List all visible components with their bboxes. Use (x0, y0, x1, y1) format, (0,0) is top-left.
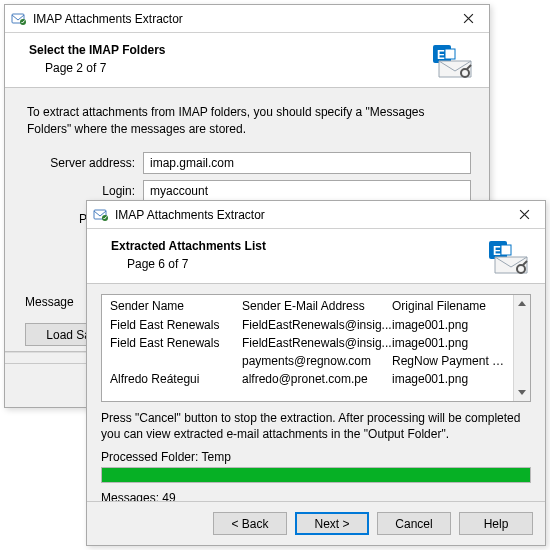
instruction-text: To extract attachments from IMAP folders… (27, 104, 467, 138)
wizard-step-title: Select the IMAP Folders (29, 43, 431, 57)
window-title: IMAP Attachments Extractor (115, 208, 503, 222)
help-button[interactable]: Help (459, 512, 533, 535)
close-button[interactable] (447, 5, 489, 33)
wizard-header: Select the IMAP Folders Page 2 of 7 E (5, 33, 489, 88)
svg-rect-10 (501, 245, 511, 255)
app-icon (11, 11, 27, 27)
chevron-up-icon (518, 301, 526, 306)
col-original-filename[interactable]: Original Filename (392, 299, 505, 313)
list-row[interactable]: Field East Renewals FieldEastRenewals@in… (102, 316, 513, 334)
svg-text:E: E (493, 244, 501, 258)
cell-sender-name: Field East Renewals (110, 318, 242, 332)
titlebar[interactable]: IMAP Attachments Extractor (87, 201, 545, 229)
wizard-step-title: Extracted Attachments List (111, 239, 487, 253)
cell-sender-name (110, 354, 242, 368)
server-address-input[interactable] (143, 152, 471, 174)
col-sender-email[interactable]: Sender E-Mail Address (242, 299, 392, 313)
cell-filename: image001.png (392, 372, 505, 386)
svg-text:E: E (437, 48, 445, 62)
cell-filename: RegNow Payment Notific... (392, 354, 505, 368)
window-title: IMAP Attachments Extractor (33, 12, 447, 26)
scrollbar[interactable] (513, 295, 530, 401)
cell-sender-email: payments@regnow.com (242, 354, 392, 368)
cell-sender-email: alfredo@pronet.com.pe (242, 372, 392, 386)
list-row[interactable]: Alfredo Reátegui alfredo@pronet.com.pe i… (102, 370, 513, 388)
wizard-body: Sender Name Sender E-Mail Address Origin… (87, 284, 545, 524)
list-row[interactable]: Field East Renewals FieldEastRenewals@in… (102, 334, 513, 352)
processed-folder-label: Processed Folder: Temp (101, 450, 531, 464)
scroll-track[interactable] (514, 312, 530, 384)
titlebar[interactable]: IMAP Attachments Extractor (5, 5, 489, 33)
message-folders-label: Message (25, 295, 74, 309)
folder-progress-bar (101, 467, 531, 483)
cell-filename: image001.png (392, 336, 505, 350)
svg-rect-4 (445, 49, 455, 59)
col-sender-name[interactable]: Sender Name (110, 299, 242, 313)
close-icon (463, 13, 474, 24)
back-button[interactable]: < Back (213, 512, 287, 535)
scroll-down-button[interactable] (514, 384, 530, 401)
scroll-up-button[interactable] (514, 295, 530, 312)
cell-filename: image001.png (392, 318, 505, 332)
cancel-button[interactable]: Cancel (377, 512, 451, 535)
login-label: Login: (23, 184, 143, 198)
close-icon (519, 209, 530, 220)
exchange-envelope-icon: E (431, 43, 475, 79)
wizard-step-subtitle: Page 2 of 7 (45, 61, 431, 75)
cell-sender-name: Alfredo Reátegui (110, 372, 242, 386)
server-address-label: Server address: (23, 156, 143, 170)
list-row[interactable]: payments@regnow.com RegNow Payment Notif… (102, 352, 513, 370)
cell-sender-email: FieldEastRenewals@insig... (242, 318, 392, 332)
wizard-window-step6: IMAP Attachments Extractor Extracted Att… (86, 200, 546, 546)
cell-sender-email: FieldEastRenewals@insig... (242, 336, 392, 350)
cell-sender-name: Field East Renewals (110, 336, 242, 350)
list-header-row: Sender Name Sender E-Mail Address Origin… (102, 295, 513, 316)
wizard-step-subtitle: Page 6 of 7 (127, 257, 487, 271)
attachments-list[interactable]: Sender Name Sender E-Mail Address Origin… (101, 294, 531, 402)
exchange-envelope-icon: E (487, 239, 531, 275)
login-input[interactable] (143, 180, 471, 202)
chevron-down-icon (518, 390, 526, 395)
extraction-note: Press "Cancel" button to stop the extrac… (101, 410, 531, 442)
next-button[interactable]: Next > (295, 512, 369, 535)
wizard-button-bar: < Back Next > Cancel Help (87, 501, 545, 545)
wizard-header: Extracted Attachments List Page 6 of 7 E (87, 229, 545, 284)
app-icon (93, 207, 109, 223)
close-button[interactable] (503, 201, 545, 229)
